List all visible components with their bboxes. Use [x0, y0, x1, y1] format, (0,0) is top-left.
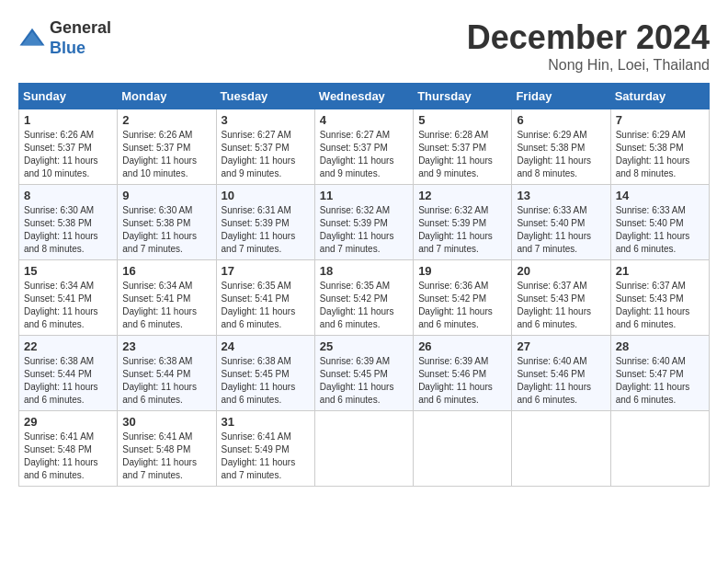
calendar-week-2: 8Sunrise: 6:30 AMSunset: 5:38 PMDaylight… — [19, 185, 710, 260]
day-header-friday: Friday — [512, 84, 610, 109]
day-info: Sunrise: 6:31 AMSunset: 5:39 PMDaylight:… — [222, 205, 296, 254]
day-number: 29 — [24, 415, 112, 429]
calendar-cell: 19Sunrise: 6:36 AMSunset: 5:42 PMDayligh… — [414, 260, 512, 336]
day-number: 20 — [517, 264, 605, 278]
calendar-cell: 23Sunrise: 6:38 AMSunset: 5:44 PMDayligh… — [118, 336, 216, 411]
day-info: Sunrise: 6:38 AMSunset: 5:44 PMDaylight:… — [24, 356, 98, 405]
day-number: 4 — [320, 113, 408, 127]
day-header-saturday: Saturday — [610, 84, 709, 109]
day-info: Sunrise: 6:34 AMSunset: 5:41 PMDaylight:… — [122, 281, 197, 329]
day-info: Sunrise: 6:29 AMSunset: 5:38 PMDaylight:… — [517, 130, 591, 178]
calendar-cell: 13Sunrise: 6:33 AMSunset: 5:40 PMDayligh… — [512, 185, 610, 260]
day-number: 16 — [122, 264, 210, 278]
day-number: 11 — [320, 189, 408, 202]
calendar-week-4: 22Sunrise: 6:38 AMSunset: 5:44 PMDayligh… — [19, 336, 710, 411]
calendar-cell — [414, 411, 512, 487]
calendar-cell: 21Sunrise: 6:37 AMSunset: 5:43 PMDayligh… — [610, 260, 709, 336]
day-info: Sunrise: 6:34 AMSunset: 5:41 PMDaylight:… — [24, 281, 98, 329]
calendar-cell: 30Sunrise: 6:41 AMSunset: 5:48 PMDayligh… — [118, 411, 216, 487]
calendar-table: SundayMondayTuesdayWednesdayThursdayFrid… — [18, 83, 710, 487]
day-info: Sunrise: 6:26 AMSunset: 5:37 PMDaylight:… — [24, 130, 98, 178]
day-info: Sunrise: 6:41 AMSunset: 5:48 PMDaylight:… — [24, 431, 98, 480]
calendar-cell: 2Sunrise: 6:26 AMSunset: 5:37 PMDaylight… — [118, 109, 216, 185]
day-info: Sunrise: 6:38 AMSunset: 5:44 PMDaylight:… — [122, 356, 197, 405]
calendar-cell: 28Sunrise: 6:40 AMSunset: 5:47 PMDayligh… — [610, 336, 709, 411]
day-info: Sunrise: 6:30 AMSunset: 5:38 PMDaylight:… — [24, 205, 98, 254]
day-info: Sunrise: 6:32 AMSunset: 5:39 PMDaylight:… — [320, 205, 394, 254]
title-block: December 2024 Nong Hin, Loei, Thailand — [467, 18, 710, 74]
calendar-cell: 1Sunrise: 6:26 AMSunset: 5:37 PMDaylight… — [19, 109, 118, 185]
day-info: Sunrise: 6:37 AMSunset: 5:43 PMDaylight:… — [517, 281, 591, 329]
day-number: 7 — [616, 113, 704, 127]
calendar-cell: 3Sunrise: 6:27 AMSunset: 5:37 PMDaylight… — [216, 109, 314, 185]
day-info: Sunrise: 6:36 AMSunset: 5:42 PMDaylight:… — [418, 281, 493, 329]
calendar-cell: 9Sunrise: 6:30 AMSunset: 5:38 PMDaylight… — [118, 185, 216, 260]
logo: General Blue — [18, 18, 111, 58]
day-header-monday: Monday — [118, 84, 216, 109]
day-number: 27 — [517, 339, 605, 353]
calendar-cell: 22Sunrise: 6:38 AMSunset: 5:44 PMDayligh… — [19, 336, 118, 411]
day-number: 8 — [24, 189, 112, 202]
day-number: 24 — [222, 339, 310, 353]
day-header-wednesday: Wednesday — [314, 84, 413, 109]
calendar-cell: 29Sunrise: 6:41 AMSunset: 5:48 PMDayligh… — [19, 411, 118, 487]
day-info: Sunrise: 6:33 AMSunset: 5:40 PMDaylight:… — [616, 205, 690, 254]
day-number: 17 — [222, 264, 310, 278]
day-info: Sunrise: 6:35 AMSunset: 5:42 PMDaylight:… — [320, 281, 394, 329]
logo-text: General Blue — [50, 18, 111, 58]
calendar-cell: 11Sunrise: 6:32 AMSunset: 5:39 PMDayligh… — [314, 185, 413, 260]
day-info: Sunrise: 6:29 AMSunset: 5:38 PMDaylight:… — [616, 130, 690, 178]
day-info: Sunrise: 6:33 AMSunset: 5:40 PMDaylight:… — [517, 205, 591, 254]
day-info: Sunrise: 6:27 AMSunset: 5:37 PMDaylight:… — [222, 130, 296, 178]
calendar-cell: 10Sunrise: 6:31 AMSunset: 5:39 PMDayligh… — [216, 185, 314, 260]
day-number: 5 — [418, 113, 506, 127]
day-header-thursday: Thursday — [414, 84, 512, 109]
day-number: 28 — [616, 339, 704, 353]
day-info: Sunrise: 6:40 AMSunset: 5:46 PMDaylight:… — [517, 356, 591, 405]
page-header: General Blue December 2024 Nong Hin, Loe… — [18, 18, 710, 74]
logo-blue: Blue — [50, 39, 111, 59]
day-number: 12 — [418, 189, 506, 202]
calendar-cell: 16Sunrise: 6:34 AMSunset: 5:41 PMDayligh… — [118, 260, 216, 336]
day-header-tuesday: Tuesday — [216, 84, 314, 109]
day-info: Sunrise: 6:41 AMSunset: 5:49 PMDaylight:… — [222, 431, 296, 480]
calendar-header-row: SundayMondayTuesdayWednesdayThursdayFrid… — [19, 84, 710, 109]
day-info: Sunrise: 6:32 AMSunset: 5:39 PMDaylight:… — [418, 205, 493, 254]
day-number: 3 — [222, 113, 310, 127]
day-info: Sunrise: 6:27 AMSunset: 5:37 PMDaylight:… — [320, 130, 394, 178]
day-number: 6 — [517, 113, 605, 127]
calendar-cell: 14Sunrise: 6:33 AMSunset: 5:40 PMDayligh… — [610, 185, 709, 260]
location: Nong Hin, Loei, Thailand — [467, 57, 710, 74]
month-title: December 2024 — [467, 18, 710, 57]
day-number: 2 — [122, 113, 210, 127]
calendar-cell: 18Sunrise: 6:35 AMSunset: 5:42 PMDayligh… — [314, 260, 413, 336]
calendar-cell: 7Sunrise: 6:29 AMSunset: 5:38 PMDaylight… — [610, 109, 709, 185]
day-info: Sunrise: 6:39 AMSunset: 5:46 PMDaylight:… — [418, 356, 493, 405]
day-info: Sunrise: 6:40 AMSunset: 5:47 PMDaylight:… — [616, 356, 690, 405]
day-number: 18 — [320, 264, 408, 278]
calendar-cell: 24Sunrise: 6:38 AMSunset: 5:45 PMDayligh… — [216, 336, 314, 411]
logo-general: General — [50, 18, 111, 39]
day-number: 14 — [616, 189, 704, 202]
calendar-week-5: 29Sunrise: 6:41 AMSunset: 5:48 PMDayligh… — [19, 411, 710, 487]
day-number: 21 — [616, 264, 704, 278]
day-header-sunday: Sunday — [19, 84, 118, 109]
calendar-cell: 5Sunrise: 6:28 AMSunset: 5:37 PMDaylight… — [414, 109, 512, 185]
calendar-cell: 17Sunrise: 6:35 AMSunset: 5:41 PMDayligh… — [216, 260, 314, 336]
day-number: 31 — [222, 415, 310, 429]
day-number: 9 — [122, 189, 210, 202]
day-info: Sunrise: 6:30 AMSunset: 5:38 PMDaylight:… — [122, 205, 197, 254]
calendar-cell: 27Sunrise: 6:40 AMSunset: 5:46 PMDayligh… — [512, 336, 610, 411]
day-number: 10 — [222, 189, 310, 202]
day-info: Sunrise: 6:38 AMSunset: 5:45 PMDaylight:… — [222, 356, 296, 405]
day-number: 13 — [517, 189, 605, 202]
logo-icon — [18, 25, 46, 52]
calendar-cell — [610, 411, 709, 487]
calendar-cell: 25Sunrise: 6:39 AMSunset: 5:45 PMDayligh… — [314, 336, 413, 411]
calendar-cell: 15Sunrise: 6:34 AMSunset: 5:41 PMDayligh… — [19, 260, 118, 336]
calendar-cell: 8Sunrise: 6:30 AMSunset: 5:38 PMDaylight… — [19, 185, 118, 260]
calendar-cell: 12Sunrise: 6:32 AMSunset: 5:39 PMDayligh… — [414, 185, 512, 260]
day-info: Sunrise: 6:39 AMSunset: 5:45 PMDaylight:… — [320, 356, 394, 405]
calendar-cell: 31Sunrise: 6:41 AMSunset: 5:49 PMDayligh… — [216, 411, 314, 487]
calendar-cell: 4Sunrise: 6:27 AMSunset: 5:37 PMDaylight… — [314, 109, 413, 185]
